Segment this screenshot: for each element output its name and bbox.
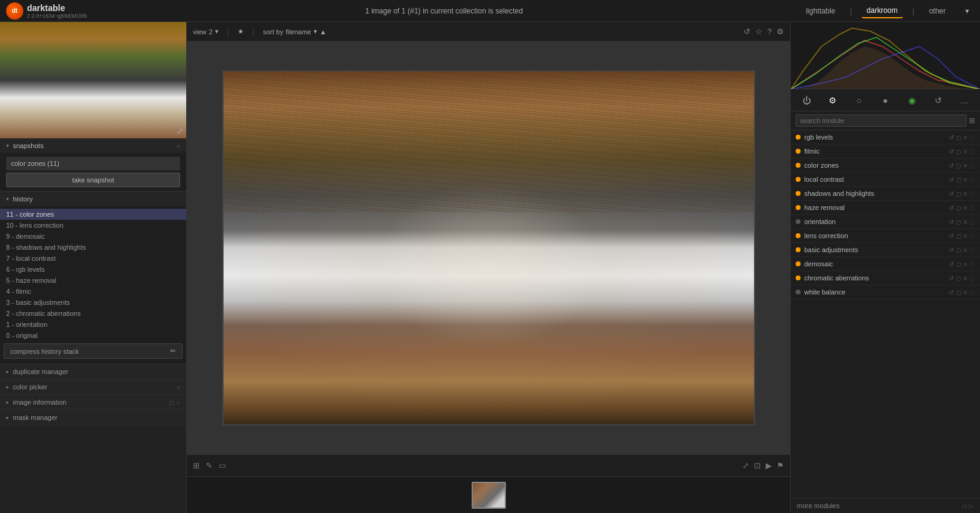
- bookmark-icon[interactable]: ☆: [755, 27, 763, 36]
- module-action-icon[interactable]: ◻: [956, 289, 961, 296]
- module-row[interactable]: chromatic aberrations↺◻≡◌: [791, 271, 980, 285]
- more-module-icon[interactable]: …: [956, 92, 973, 109]
- search-expand-icon[interactable]: ⊞: [969, 116, 975, 125]
- module-action-icon[interactable]: ◌: [970, 134, 975, 141]
- module-action-icon[interactable]: ◌: [970, 204, 975, 211]
- circle-module-icon[interactable]: ○: [851, 92, 868, 109]
- history-item[interactable]: 0 - original: [0, 330, 186, 341]
- edit-icon[interactable]: ✎: [206, 461, 213, 470]
- module-action-icon[interactable]: ◌: [970, 190, 975, 197]
- module-action-icon[interactable]: ◻: [956, 176, 961, 183]
- history-item[interactable]: 9 - demosaic: [0, 231, 186, 242]
- module-action-icon[interactable]: ◌: [970, 275, 975, 282]
- module-action-icon[interactable]: ≡: [963, 134, 967, 141]
- view-control[interactable]: view 2 ▾: [193, 28, 219, 36]
- history-item[interactable]: 6 - rgb levels: [0, 264, 186, 275]
- history-item[interactable]: 5 - haze removal: [0, 275, 186, 286]
- settings-icon[interactable]: ⚙: [777, 27, 784, 36]
- module-action-icon[interactable]: ↺: [949, 289, 954, 296]
- module-row[interactable]: orientation↺◻≡◌: [791, 215, 980, 229]
- module-action-icon[interactable]: ◌: [970, 219, 975, 225]
- circle-green-module-icon[interactable]: ◉: [903, 92, 921, 109]
- module-action-icon[interactable]: ◻: [956, 247, 961, 253]
- module-row[interactable]: shadows and highlights↺◻≡◌: [791, 187, 980, 201]
- module-action-icon[interactable]: ◌: [970, 233, 975, 239]
- module-action-icon[interactable]: ◌: [970, 261, 975, 268]
- image-information-section[interactable]: ▸ image information ◻ ○: [0, 395, 186, 410]
- display-icon[interactable]: ▭: [219, 461, 226, 470]
- history-header[interactable]: ▾ history: [0, 192, 186, 206]
- power-module-icon[interactable]: ⏻: [798, 92, 815, 109]
- module-action-icon[interactable]: ↺: [949, 162, 954, 169]
- history-item[interactable]: 10 - lens correction: [0, 220, 186, 231]
- nav-darkroom[interactable]: darkroom: [862, 4, 903, 18]
- module-row[interactable]: demosaic↺◻≡◌: [791, 257, 980, 271]
- module-action-icon[interactable]: ↺: [949, 176, 954, 183]
- nav-other[interactable]: other: [924, 4, 951, 18]
- module-row[interactable]: lens correction↺◻≡◌: [791, 229, 980, 243]
- module-action-icon[interactable]: ◻: [956, 233, 961, 239]
- compress-history-button[interactable]: compress history stack ✏: [4, 343, 183, 359]
- image-canvas[interactable]: [187, 42, 790, 454]
- module-action-icon[interactable]: ≡: [963, 219, 967, 225]
- module-action-icon[interactable]: ◌: [970, 289, 975, 296]
- module-action-icon[interactable]: ↺: [949, 233, 954, 239]
- flag-icon[interactable]: ⚑: [777, 461, 784, 470]
- snapshots-header[interactable]: ▾ snapshots ○: [0, 138, 186, 153]
- module-row[interactable]: white balance↺◻≡◌: [791, 285, 980, 299]
- history-item[interactable]: 2 - chromatic aberrations: [0, 308, 186, 319]
- module-action-icon[interactable]: ↺: [949, 134, 954, 141]
- module-action-icon[interactable]: ≡: [963, 190, 967, 197]
- zoom-100-icon[interactable]: ⊡: [754, 461, 761, 470]
- presets-module-icon[interactable]: ⚙: [824, 92, 842, 109]
- module-row[interactable]: color zones↺◻≡◌: [791, 159, 980, 173]
- module-action-icon[interactable]: ◻: [956, 162, 961, 169]
- module-row[interactable]: local contrast↺◻≡◌: [791, 173, 980, 187]
- module-action-icon[interactable]: ≡: [963, 148, 967, 155]
- circle-filled-module-icon[interactable]: ●: [877, 92, 894, 109]
- module-row[interactable]: filmic↺◻≡◌: [791, 144, 980, 159]
- module-action-icon[interactable]: ◌: [970, 176, 975, 183]
- module-action-icon[interactable]: ↺: [949, 148, 954, 155]
- module-action-icon[interactable]: ◻: [956, 275, 961, 282]
- module-action-icon[interactable]: ≡: [963, 261, 967, 268]
- module-action-icon[interactable]: ≡: [963, 247, 967, 253]
- filmstrip-thumbnail[interactable]: [472, 482, 506, 509]
- history-item[interactable]: 8 - shadows and highlights: [0, 242, 186, 253]
- more-modules-row[interactable]: more modules ◁ ▷: [791, 498, 980, 513]
- module-action-icon[interactable]: ◌: [970, 162, 975, 169]
- grid-icon[interactable]: ⊞: [193, 461, 200, 470]
- reset-module-icon[interactable]: ↺: [930, 92, 947, 109]
- nav-lighttable[interactable]: lighttable: [801, 4, 840, 18]
- module-action-icon[interactable]: ↺: [949, 204, 954, 211]
- duplicate-manager-section[interactable]: ▸ duplicate manager: [0, 364, 186, 380]
- module-action-icon[interactable]: ≡: [963, 162, 967, 169]
- module-action-icon[interactable]: ↺: [949, 275, 954, 282]
- module-action-icon[interactable]: ◻: [956, 261, 961, 268]
- module-row[interactable]: basic adjustments↺◻≡◌: [791, 243, 980, 257]
- module-action-icon[interactable]: ≡: [963, 204, 967, 211]
- module-action-icon[interactable]: ◌: [970, 148, 975, 155]
- snapshot-item[interactable]: color zones (11): [6, 157, 180, 170]
- module-row[interactable]: rgb levels↺◻≡◌: [791, 130, 980, 144]
- history-item[interactable]: 11 - color zones: [0, 209, 186, 220]
- module-action-icon[interactable]: ◻: [956, 134, 961, 141]
- color-picker-section[interactable]: ▸ color picker ○: [0, 380, 186, 395]
- mask-manager-section[interactable]: ▸ mask manager: [0, 410, 186, 425]
- help-icon[interactable]: ?: [767, 27, 772, 36]
- module-action-icon[interactable]: ◌: [970, 247, 975, 253]
- module-action-icon[interactable]: ◻: [956, 204, 961, 211]
- history-item[interactable]: 4 - filmic: [0, 286, 186, 297]
- history-item[interactable]: 3 - basic adjustments: [0, 297, 186, 308]
- module-action-icon[interactable]: ↺: [949, 261, 954, 268]
- module-row[interactable]: haze removal↺◻≡◌: [791, 201, 980, 215]
- module-action-icon[interactable]: ≡: [963, 176, 967, 183]
- module-action-icon[interactable]: ↺: [949, 219, 954, 225]
- take-snapshot-button[interactable]: take snapshot: [6, 173, 180, 187]
- sort-control[interactable]: sort by filename ▾ ▲: [263, 28, 326, 36]
- history-item[interactable]: 1 - orientation: [0, 319, 186, 330]
- play-icon[interactable]: ▶: [766, 461, 772, 470]
- module-action-icon[interactable]: ◻: [956, 148, 961, 155]
- zoom-fit-icon[interactable]: ⤢: [742, 461, 749, 470]
- refresh-icon[interactable]: ↺: [744, 27, 750, 36]
